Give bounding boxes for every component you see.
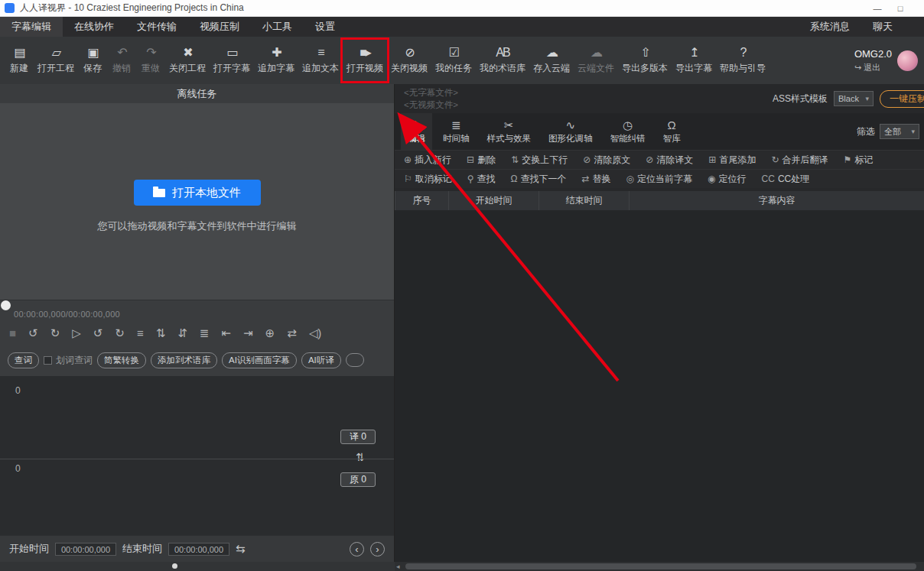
tab-timeline[interactable]: ≣ 时间轴	[436, 113, 477, 150]
tab-smart-check[interactable]: ◷ 智能纠错	[604, 113, 652, 150]
volume-icon[interactable]: ◁)	[309, 327, 322, 339]
drop-zone[interactable]: 打开本地文件 您可以拖动视频和字幕文件到软件中进行编辑	[0, 103, 394, 300]
stop-icon[interactable]: ■	[9, 327, 16, 339]
shift-down-icon[interactable]: ⇵	[177, 327, 187, 339]
my-tasks-button[interactable]: ☑ 我的任务	[431, 40, 476, 81]
mark-button[interactable]: ⚑ 标记	[843, 154, 873, 167]
prev-subtitle-button[interactable]: ‹	[350, 542, 364, 556]
export-subtitle-button[interactable]: ↥ 导出字幕	[672, 40, 716, 81]
menu-right: 系统消息 聊天	[799, 17, 924, 37]
menu-system-messages[interactable]: 系统消息	[799, 17, 861, 37]
horizontal-scrollbar[interactable]: ◂	[395, 562, 924, 571]
cc-process-button[interactable]: CC CC处理	[762, 173, 810, 186]
word-tool-pills: 简繁转换添加到术语库AI识别画面字幕AI听译	[97, 352, 341, 368]
append-subtitle-button[interactable]: ✚ 追加字幕	[254, 40, 298, 81]
playhead-handle[interactable]	[1, 300, 11, 310]
export-versions-button[interactable]: ⇧ 导出多版本	[618, 40, 672, 81]
maximize-button[interactable]: □	[889, 4, 912, 13]
clear-translation-button[interactable]: ⊘ 清除译文	[646, 154, 693, 167]
translated-count-badge[interactable]: 译 0	[340, 430, 376, 444]
scroll-left-icon[interactable]: ◂	[396, 562, 400, 571]
original-count-badge[interactable]: 原 0	[340, 472, 376, 487]
locate-row-button[interactable]: ◉ 定位行	[708, 173, 746, 186]
open-video-button[interactable]: ■▸ 打开视频	[343, 40, 387, 81]
timeline-tracks[interactable]: 0 译 0 ⇅ 原 0 0	[0, 376, 394, 535]
skip-icon[interactable]: ↻	[115, 327, 125, 339]
open-project-button[interactable]: ▱ 打开工程	[34, 40, 78, 81]
clear-source-button[interactable]: ⊘ 清除原文	[583, 154, 630, 167]
merge-translate-button[interactable]: ↻ 合并后翻译	[771, 154, 828, 167]
close-video-button[interactable]: ⊘ 关闭视频	[387, 40, 431, 81]
help-button[interactable]: ? 帮助与引导	[716, 40, 769, 81]
save-to-cloud-button[interactable]: ☁ 存入云端	[529, 40, 574, 81]
end-time-input[interactable]: 00:00:00,000	[168, 543, 229, 556]
select-lookup-toggle[interactable]: 划词查词	[44, 354, 93, 367]
ass-template-label: ASS样式模板	[773, 92, 828, 105]
loop-back-icon[interactable]: ↺	[28, 327, 38, 339]
menu-online-collab[interactable]: 在线协作	[63, 17, 125, 37]
replace-button[interactable]: ⇄ 替换	[582, 173, 611, 186]
menu-chat[interactable]: 聊天	[861, 17, 904, 37]
delete-row-button[interactable]: ⊟ 删除	[467, 154, 496, 167]
menu-tools[interactable]: 小工具	[251, 17, 304, 37]
play-icon[interactable]: ▷	[72, 327, 81, 339]
locate-current-button[interactable]: ◎ 定位当前字幕	[626, 173, 692, 186]
add-to-glossary-button[interactable]: 添加到术语库	[151, 352, 217, 368]
ass-template-select[interactable]: Black ▾	[834, 91, 874, 106]
add-head-tail-button[interactable]: ⊞ 首尾添加	[708, 154, 756, 167]
next-subtitle-button[interactable]: ›	[370, 542, 385, 556]
menu-subtitle-edit[interactable]: 字幕编辑	[0, 17, 63, 37]
scrollbar-thumb[interactable]	[405, 563, 916, 569]
swap-rows-button[interactable]: ⇅ 交换上下行	[511, 154, 568, 167]
swap-tracks-icon[interactable]: ⇅	[356, 451, 365, 463]
redo-button[interactable]: ↷ 重做	[136, 40, 165, 81]
toolbar-item-label: 追加字幕	[258, 62, 294, 75]
save-button[interactable]: ▣ 保存	[78, 40, 107, 81]
replay-icon[interactable]: ↺	[93, 327, 103, 339]
jump-end-icon[interactable]: ⇥	[243, 327, 253, 339]
filter-select[interactable]: 全部 ▾	[880, 124, 919, 139]
toolbar-item-label: 重做	[142, 62, 160, 75]
find-button[interactable]: ⚲ 查找	[467, 173, 496, 186]
one-click-compress-button[interactable]: 一键压制	[880, 90, 924, 108]
merge-lines-icon[interactable]: ≣	[200, 327, 210, 339]
loop-forward-icon[interactable]: ↻	[50, 327, 60, 339]
align-subtitle-icon[interactable]: ≡	[137, 327, 144, 339]
fit-timeline-icon[interactable]: ⊕	[265, 327, 275, 339]
subtitle-table-body[interactable]	[395, 210, 924, 562]
logout-button[interactable]: ↪ 退出	[854, 62, 892, 73]
scroll-dot[interactable]	[172, 563, 177, 569]
new-button[interactable]: ▤ 新建	[5, 40, 34, 81]
open-subtitle-button[interactable]: ▭ 打开字幕	[210, 40, 254, 81]
word-tool-partial[interactable]	[346, 353, 364, 367]
user-avatar[interactable]	[897, 50, 918, 71]
ai-ocr-subtitle-button[interactable]: AI识别画面字幕	[222, 352, 297, 368]
open-local-file-button[interactable]: 打开本地文件	[134, 180, 261, 206]
tab-graphical-timing[interactable]: ∿ 图形化调轴	[542, 113, 600, 150]
tab-style-effects[interactable]: ✂ 样式与效果	[480, 113, 538, 150]
lookup-word-button[interactable]: 查词	[8, 352, 39, 368]
toolbar-item-label: 打开字幕	[213, 62, 250, 75]
menu-settings[interactable]: 设置	[304, 17, 346, 37]
tab-edit[interactable]: ✎ 编辑	[401, 113, 432, 150]
menu-file-transfer[interactable]: 文件传输	[125, 17, 188, 37]
my-glossary-button[interactable]: AB 我的术语库	[476, 40, 529, 81]
insert-row-button[interactable]: ⊕ 插入新行	[404, 154, 451, 167]
find-next-button[interactable]: Ω 查找下一个	[511, 173, 567, 186]
seek-bar[interactable]	[0, 300, 394, 310]
start-time-input[interactable]: 00:00:00,000	[55, 543, 116, 556]
append-text-button[interactable]: ≡ 追加文本	[298, 40, 343, 81]
cloud-files-button[interactable]: ☁ 云端文件	[574, 40, 618, 81]
loop-icon[interactable]: ⇆	[236, 542, 246, 556]
minimize-button[interactable]: —	[866, 4, 889, 13]
jump-start-icon[interactable]: ⇤	[221, 327, 231, 339]
undo-button[interactable]: ↶ 撤销	[107, 40, 136, 81]
swap-icon[interactable]: ⇄	[287, 327, 297, 339]
ai-transcribe-button[interactable]: AI听译	[301, 352, 341, 368]
close-project-button[interactable]: ✖ 关闭工程	[165, 40, 210, 81]
unmark-button[interactable]: ⚐ 取消标记	[404, 173, 452, 186]
simplified-traditional-button[interactable]: 简繁转换	[97, 352, 146, 368]
tab-knowledge-base[interactable]: Ω 智库	[656, 113, 688, 150]
shift-up-icon[interactable]: ⇅	[156, 327, 166, 339]
menu-video-encode[interactable]: 视频压制	[188, 17, 251, 37]
